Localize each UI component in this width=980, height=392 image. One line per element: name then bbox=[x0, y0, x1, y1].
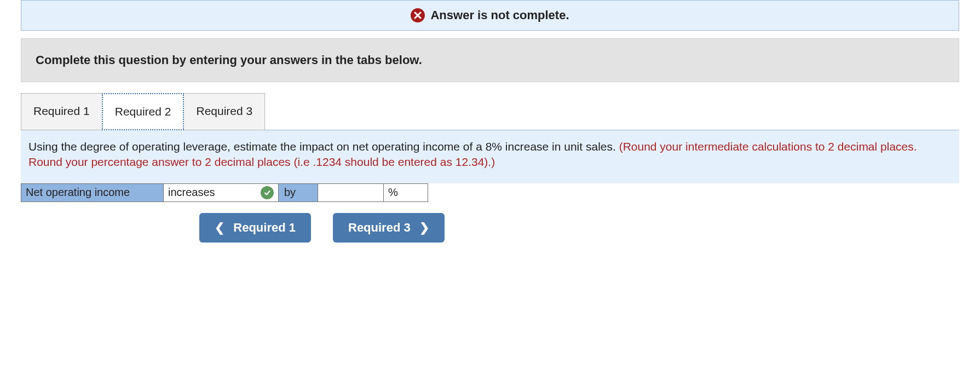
question-panel: Using the degree of operating leverage, … bbox=[21, 130, 959, 183]
unit-label: % bbox=[384, 184, 428, 201]
tab-required-2[interactable]: Required 2 bbox=[102, 93, 185, 130]
chevron-left-icon: ❮ bbox=[215, 221, 224, 235]
tab-label: Required 1 bbox=[33, 105, 90, 117]
status-bar: Answer is not complete. bbox=[21, 0, 959, 31]
check-icon bbox=[261, 186, 274, 199]
percent-input[interactable] bbox=[318, 184, 383, 201]
prev-button[interactable]: ❮ Required 1 bbox=[199, 213, 311, 243]
tab-label: Required 2 bbox=[115, 105, 171, 118]
tab-label: Required 3 bbox=[196, 105, 252, 117]
direction-value: increases bbox=[168, 186, 215, 199]
question-prompt: Using the degree of operating leverage, … bbox=[28, 140, 619, 153]
tabs-row: Required 1 Required 2 Required 3 bbox=[21, 93, 959, 130]
next-label: Required 3 bbox=[348, 221, 411, 235]
answer-row: Net operating income increases by % bbox=[21, 183, 428, 202]
answer-row-label: Net operating income bbox=[21, 184, 164, 201]
tab-required-3[interactable]: Required 3 bbox=[183, 93, 265, 130]
prev-label: Required 1 bbox=[233, 221, 296, 235]
status-message: Answer is not complete. bbox=[430, 8, 569, 22]
instruction-bar: Complete this question by entering your … bbox=[21, 38, 959, 82]
direction-select[interactable]: increases bbox=[164, 184, 279, 201]
instruction-text: Complete this question by entering your … bbox=[36, 53, 422, 67]
by-label: by bbox=[279, 184, 318, 201]
tab-required-1[interactable]: Required 1 bbox=[21, 93, 102, 130]
nav-row: ❮ Required 1 Required 3 ❯ bbox=[21, 213, 623, 243]
next-button[interactable]: Required 3 ❯ bbox=[333, 213, 445, 243]
percent-input-cell bbox=[318, 184, 384, 201]
error-icon bbox=[411, 8, 425, 22]
chevron-right-icon: ❯ bbox=[419, 221, 429, 235]
